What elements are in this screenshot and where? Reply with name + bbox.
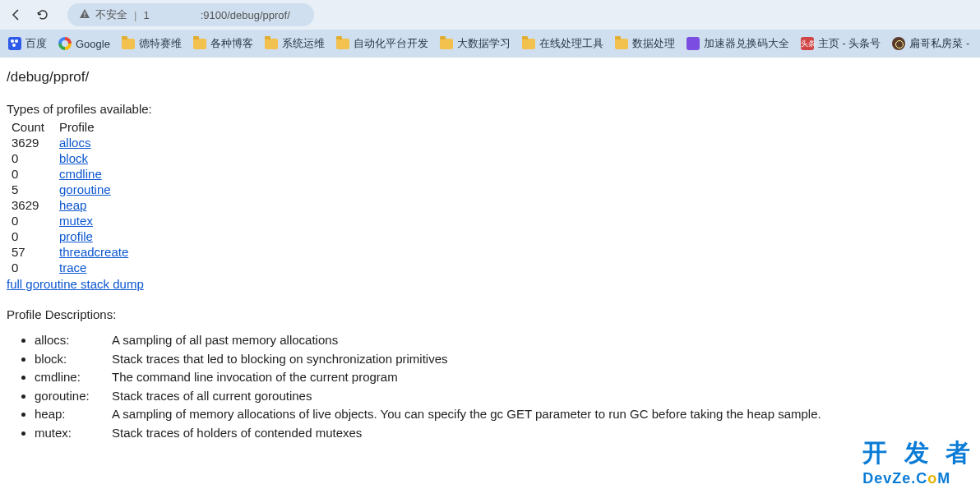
profile-link-profile[interactable]: profile [59, 229, 93, 243]
reload-button[interactable] [33, 5, 53, 25]
folder-icon [615, 39, 628, 49]
watermark-en: DevZe.CoM [862, 470, 975, 487]
desc-name: heap: [35, 405, 112, 424]
folder-icon [336, 39, 349, 49]
table-row: 0profile [8, 228, 132, 244]
google-icon [58, 37, 72, 50]
svg-rect-0 [84, 12, 85, 16]
desc-title: Profile Descriptions: [7, 307, 973, 321]
profile-link-threadcreate[interactable]: threadcreate [59, 245, 128, 259]
full-dump-link[interactable]: full goroutine stack dump [7, 277, 144, 291]
profile-cell: threadcreate [56, 244, 132, 260]
bookmark-accel[interactable]: 加速器兑换码大全 [686, 36, 789, 51]
desc-name: mutex: [35, 424, 112, 443]
bookmark-bgsf[interactable]: 扁哥私房菜 - [892, 36, 969, 51]
svg-rect-1 [84, 16, 85, 16]
profile-cell: heap [56, 197, 132, 213]
baidu-icon [8, 37, 21, 50]
page-title: /debug/pprof/ [7, 69, 973, 85]
bookmark-sysops[interactable]: 系统运维 [265, 36, 325, 51]
desc-name: cmdline: [35, 368, 112, 387]
bookmark-onlinetools[interactable]: 在线处理工具 [522, 36, 603, 51]
desc-list: allocs:A sampling of all past memory all… [7, 331, 973, 442]
list-item: block:Stack traces that led to blocking … [35, 350, 973, 369]
count-cell: 0 [8, 228, 56, 244]
profile-link-heap[interactable]: heap [59, 198, 86, 212]
profile-header: Profile [56, 119, 132, 135]
table-row: 0trace [8, 260, 132, 275]
profile-cell: trace [56, 260, 132, 275]
bookmark-baidu[interactable]: 百度 [8, 36, 47, 51]
insecure-icon [79, 8, 90, 22]
desc-name: block: [35, 350, 112, 369]
url-path: :9100/debug/pprof/ [201, 9, 290, 21]
bookmark-bar: 百度Google德特赛维各种博客系统运维自动化平台开发大数据学习在线处理工具数据… [0, 30, 980, 58]
bookmark-label: 系统运维 [282, 36, 325, 51]
bookmark-label: Google [76, 38, 110, 50]
count-cell: 5 [8, 182, 56, 197]
bookmark-detesai[interactable]: 德特赛维 [122, 36, 182, 51]
table-row: 3629allocs [8, 135, 132, 150]
count-cell: 0 [8, 213, 56, 228]
bookmark-toutiao[interactable]: 头条主页 - 头条号 [801, 36, 881, 51]
bookmark-label: 大数据学习 [457, 36, 511, 51]
address-bar[interactable]: 不安全 | 1 :9100/debug/pprof/ [67, 3, 314, 26]
url-separator: | [134, 9, 136, 21]
table-header-row: Count Profile [8, 119, 132, 135]
profile-cell: mutex [56, 213, 132, 228]
list-item: mutex:Stack traces of holders of contend… [35, 424, 973, 443]
desc-text: Stack traces of all current goroutines [112, 389, 312, 403]
table-row: 0block [8, 150, 132, 166]
bookmark-google[interactable]: Google [58, 37, 110, 50]
profile-cell: block [56, 150, 132, 166]
folder-icon [265, 39, 278, 49]
url-host-start: 1 [143, 9, 149, 21]
table-row: 5goroutine [8, 182, 132, 197]
folder-icon [440, 39, 453, 49]
desc-name: allocs: [35, 331, 112, 350]
table-row: 0mutex [8, 213, 132, 228]
profile-link-block[interactable]: block [59, 151, 88, 165]
desc-text: Stack traces that led to blocking on syn… [112, 352, 448, 366]
profile-link-allocs[interactable]: allocs [59, 136, 90, 150]
folder-icon [122, 39, 135, 49]
profile-link-trace[interactable]: trace [59, 261, 86, 274]
insecure-label: 不安全 [95, 7, 127, 22]
bookmark-label: 德特赛维 [139, 36, 182, 51]
count-cell: 0 [8, 166, 56, 182]
profile-link-mutex[interactable]: mutex [59, 214, 93, 228]
bookmark-label: 在线处理工具 [539, 36, 603, 51]
list-item: allocs:A sampling of all past memory all… [35, 331, 973, 350]
bookmark-label: 扁哥私房菜 - [909, 36, 969, 51]
folder-icon [522, 39, 535, 49]
page-content: /debug/pprof/ Types of profiles availabl… [0, 58, 980, 454]
profile-cell: cmdline [56, 166, 132, 182]
toutiao-icon: 头条 [801, 37, 814, 50]
profile-link-cmdline[interactable]: cmdline [59, 167, 102, 181]
count-header: Count [8, 119, 56, 135]
types-label: Types of profiles available: [7, 102, 973, 116]
count-cell: 0 [8, 260, 56, 275]
desc-text: A sampling of memory allocations of live… [112, 407, 821, 421]
profile-link-goroutine[interactable]: goroutine [59, 182, 111, 196]
table-row: 57threadcreate [8, 244, 132, 260]
bookmark-blogs[interactable]: 各种博客 [193, 36, 253, 51]
list-item: heap:A sampling of memory allocations of… [35, 405, 973, 424]
bookmark-bigdata[interactable]: 大数据学习 [440, 36, 511, 51]
bookmark-autoplat[interactable]: 自动化平台开发 [336, 36, 428, 51]
count-cell: 3629 [8, 135, 56, 150]
bookmark-dataproc[interactable]: 数据处理 [615, 36, 675, 51]
back-button[interactable] [7, 5, 26, 25]
desc-text: The command line invocation of the curre… [112, 370, 398, 384]
profile-cell: allocs [56, 135, 132, 150]
site-icon [892, 37, 905, 50]
count-cell: 57 [8, 244, 56, 260]
browser-toolbar: 不安全 | 1 :9100/debug/pprof/ [0, 0, 980, 30]
desc-text: A sampling of all past memory allocation… [112, 333, 338, 347]
profile-cell: profile [56, 228, 132, 244]
bookmark-label: 主页 - 头条号 [818, 36, 881, 51]
table-row: 3629heap [8, 197, 132, 213]
bookmark-label: 各种博客 [210, 36, 253, 51]
count-cell: 3629 [8, 197, 56, 213]
desc-text: Stack traces of holders of contended mut… [112, 426, 362, 440]
